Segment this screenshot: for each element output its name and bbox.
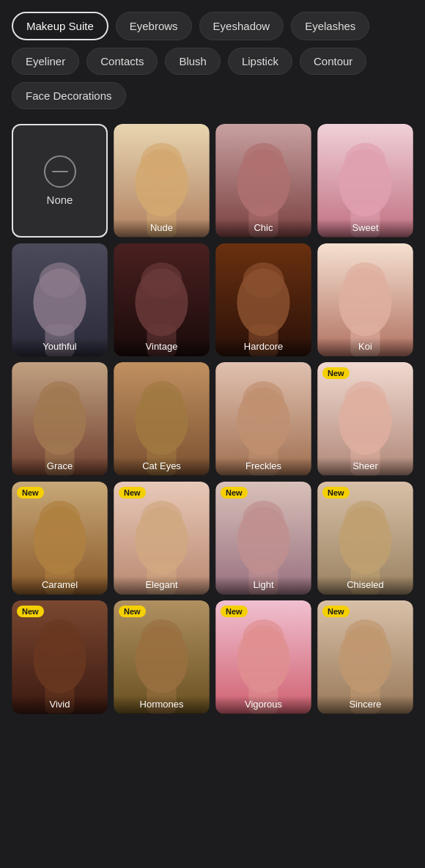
grid-item-hardcore[interactable]: Hardcore (215, 243, 311, 357)
svg-point-42 (344, 381, 385, 416)
grid-item-koi[interactable]: Koi (317, 243, 413, 357)
item-label-youthful: Youthful (12, 338, 108, 356)
new-badge-sincere: New (322, 606, 350, 617)
item-label-none: None (47, 194, 73, 206)
item-label-elegant: Elegant (114, 576, 210, 595)
svg-point-74 (344, 619, 385, 655)
grid-item-caramel[interactable]: NewCaramel (12, 482, 108, 595)
grid-item-hormones[interactable]: NewHormones (114, 600, 210, 714)
svg-point-22 (243, 262, 284, 298)
grid-item-sincere[interactable]: NewSincere (317, 600, 413, 714)
svg-point-34 (141, 381, 182, 416)
item-label-sweet: Sweet (317, 219, 413, 238)
new-badge-sheer: New (322, 367, 350, 379)
svg-point-54 (243, 501, 284, 536)
item-label-cat-eyes: Cat Eyes (114, 457, 210, 476)
new-badge-light: New (221, 487, 248, 499)
tag-eyeliner[interactable]: Eyeliner (12, 48, 79, 75)
grid-item-vigorous[interactable]: NewVigorous (215, 600, 311, 714)
svg-point-62 (39, 619, 80, 655)
tag-eyeshadow[interactable]: Eyeshadow (199, 12, 284, 40)
item-label-caramel: Caramel (12, 576, 108, 595)
item-label-grace: Grace (12, 457, 108, 476)
item-label-hormones: Hormones (114, 696, 210, 714)
new-badge-elegant: New (119, 487, 146, 499)
new-badge-caramel: New (17, 487, 44, 499)
svg-point-50 (141, 501, 182, 536)
item-label-nude: Nude (114, 219, 210, 238)
item-label-vivid: Vivid (12, 696, 108, 714)
grid-item-vivid[interactable]: NewVivid (12, 600, 108, 714)
item-label-light: Light (215, 576, 311, 595)
grid-item-vintage[interactable]: Vintage (114, 243, 210, 357)
item-label-koi: Koi (317, 338, 413, 356)
makeup-grid: None Nude Chic (12, 124, 413, 714)
grid-item-sheer[interactable]: NewSheer (317, 362, 413, 476)
new-badge-chiseled: New (322, 487, 350, 499)
item-label-vigorous: Vigorous (215, 696, 311, 714)
grid-item-freckles[interactable]: Freckles (215, 362, 311, 476)
grid-item-light[interactable]: NewLight (215, 482, 311, 595)
svg-point-66 (141, 619, 182, 655)
item-label-chic: Chic (215, 219, 311, 238)
tag-contacts[interactable]: Contacts (86, 48, 158, 75)
svg-point-46 (39, 501, 80, 536)
svg-point-58 (344, 501, 385, 536)
tag-makeup-suite[interactable]: Makeup Suite (12, 12, 108, 40)
svg-point-18 (141, 262, 182, 298)
svg-point-70 (243, 619, 284, 655)
grid-item-grace[interactable]: Grace (12, 362, 108, 476)
new-badge-vivid: New (17, 606, 44, 617)
new-badge-vigorous: New (221, 606, 248, 617)
tag-lipstick[interactable]: Lipstick (228, 48, 292, 75)
new-badge-hormones: New (119, 606, 146, 617)
grid-item-none[interactable]: None (12, 124, 108, 238)
grid-item-chic[interactable]: Chic (215, 124, 311, 238)
svg-point-26 (344, 262, 385, 298)
item-label-hardcore: Hardcore (215, 338, 311, 356)
tag-face-decorations[interactable]: Face Decorations (12, 82, 126, 109)
tag-eyelashes[interactable]: Eyelashes (291, 12, 369, 40)
svg-point-14 (39, 262, 80, 298)
tag-blush[interactable]: Blush (165, 48, 221, 75)
grid-item-elegant[interactable]: NewElegant (114, 482, 210, 595)
none-icon (44, 155, 76, 188)
svg-point-2 (141, 143, 182, 178)
grid-item-cat-eyes[interactable]: Cat Eyes (114, 362, 210, 476)
grid-item-sweet[interactable]: Sweet (317, 124, 413, 238)
item-label-sheer: Sheer (317, 457, 413, 476)
grid-item-nude[interactable]: Nude (114, 124, 210, 238)
tags-section: Makeup SuiteEyebrowsEyeshadowEyelashesEy… (12, 12, 413, 109)
tag-eyebrows[interactable]: Eyebrows (116, 12, 192, 40)
item-label-chiseled: Chiseled (317, 576, 413, 595)
grid-item-youthful[interactable]: Youthful (12, 243, 108, 357)
svg-point-6 (243, 143, 284, 178)
item-label-vintage: Vintage (114, 338, 210, 356)
item-label-sincere: Sincere (317, 696, 413, 714)
tag-contour[interactable]: Contour (300, 48, 366, 75)
svg-point-30 (39, 381, 80, 416)
grid-item-chiseled[interactable]: NewChiseled (317, 482, 413, 595)
svg-point-38 (243, 381, 284, 416)
item-label-freckles: Freckles (215, 457, 311, 476)
svg-point-10 (344, 143, 385, 178)
